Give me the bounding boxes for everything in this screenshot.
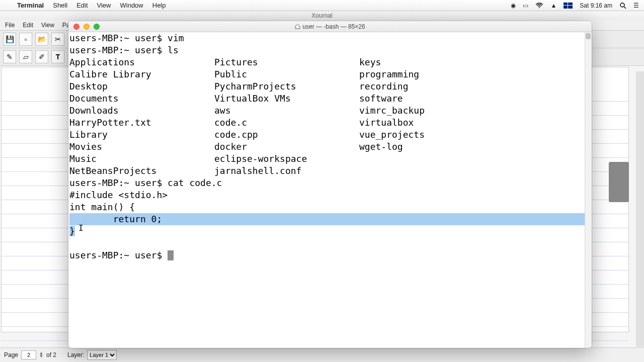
new-page-icon[interactable]: ▫ bbox=[19, 33, 32, 46]
xournal-menu-edit[interactable]: Edit bbox=[23, 22, 33, 29]
terminal-title: user — -bash — 85×26 bbox=[68, 23, 592, 30]
wifi-icon[interactable] bbox=[535, 3, 543, 9]
xournal-menu-file[interactable]: File bbox=[5, 22, 15, 29]
svg-line-2 bbox=[624, 7, 626, 9]
ls-row: ApplicationsPictureskeys bbox=[69, 56, 591, 68]
terminal-prompt: users-MBP:~ user$ bbox=[69, 249, 591, 261]
xournal-menu-view[interactable]: View bbox=[41, 22, 54, 29]
text-cursor-icon: I bbox=[78, 222, 84, 234]
layer-select[interactable]: Layer 1 bbox=[87, 350, 117, 360]
page-spinner[interactable]: ▲▼ bbox=[39, 352, 43, 358]
xournal-scrollbar[interactable] bbox=[636, 71, 644, 347]
menu-window[interactable]: Window bbox=[120, 2, 143, 9]
ls-row: Downloadsawsvimrc_backup bbox=[69, 105, 591, 117]
terminal-line: users-MBP:~ user$ cat code.c bbox=[69, 177, 591, 189]
page-of: of 2 bbox=[46, 351, 56, 358]
app-menu[interactable]: Terminal bbox=[17, 2, 44, 9]
ls-row: Librarycode.cppvue_projects bbox=[69, 129, 591, 141]
terminal-titlebar[interactable]: user — -bash — 85×26 bbox=[68, 21, 592, 32]
text-tool-icon[interactable]: T bbox=[51, 50, 64, 63]
terminal-scrollbar[interactable] bbox=[585, 32, 592, 348]
pen-icon[interactable]: ✎ bbox=[3, 50, 16, 63]
menu-list-icon[interactable]: ☰ bbox=[633, 2, 639, 9]
layer-label: Layer: bbox=[67, 351, 84, 358]
menu-edit[interactable]: Edit bbox=[76, 2, 88, 9]
menu-help[interactable]: Help bbox=[152, 2, 166, 9]
record-icon[interactable]: ◉ bbox=[511, 2, 516, 9]
terminal-selection: return 0; bbox=[69, 213, 591, 225]
xournal-statusbar: Page ▲▼ of 2 Layer: Layer 1 bbox=[0, 347, 644, 362]
ls-row: DocumentsVirtualBox VMssoftware bbox=[69, 93, 591, 105]
cursor bbox=[168, 250, 174, 260]
terminal-line: users-MBP:~ user$ vim bbox=[69, 32, 591, 44]
open-icon[interactable]: 📂 bbox=[35, 33, 48, 46]
ls-row: DesktopPycharmProjectsrecording bbox=[69, 80, 591, 93]
terminal-line bbox=[69, 237, 591, 249]
menu-view[interactable]: View bbox=[97, 2, 111, 9]
xournal-page-shadow bbox=[609, 162, 629, 202]
macos-menubar: Terminal Shell Edit View Window Help ◉ ▭… bbox=[0, 0, 644, 11]
battery-icon[interactable]: ▭ bbox=[523, 2, 528, 9]
eraser-icon[interactable]: ▱ bbox=[19, 50, 32, 63]
terminal-line: int main() { bbox=[69, 201, 591, 213]
spotlight-icon[interactable] bbox=[619, 2, 626, 9]
terminal-body[interactable]: users-MBP:~ user$ vimusers-MBP:~ user$ l… bbox=[68, 32, 592, 348]
home-icon bbox=[295, 24, 300, 29]
highlighter-icon[interactable]: ✐ bbox=[35, 50, 48, 63]
ls-row: Moviesdockerwget-log bbox=[69, 141, 591, 153]
ls-row: Musiceclipse-workspace bbox=[69, 153, 591, 165]
ls-row: HarryPotter.txtcode.cvirtualbox bbox=[69, 117, 591, 129]
terminal-window: user — -bash — 85×26 users-MBP:~ user$ v… bbox=[68, 21, 592, 348]
cut-icon[interactable]: ✂ bbox=[51, 33, 64, 46]
ls-row: NetBeansProjectsjarnalshell.conf bbox=[69, 165, 591, 177]
terminal-line: users-MBP:~ user$ ls bbox=[69, 44, 591, 56]
terminal-line: } bbox=[69, 225, 591, 237]
volume-icon[interactable]: ▲ bbox=[550, 2, 556, 9]
page-label: Page bbox=[4, 351, 18, 358]
page-number-input[interactable] bbox=[21, 350, 36, 359]
menu-shell[interactable]: Shell bbox=[53, 2, 67, 9]
save-icon[interactable]: 💾 bbox=[3, 33, 16, 46]
terminal-line: #include <stdio.h> bbox=[69, 189, 591, 201]
input-flag-icon[interactable] bbox=[564, 3, 573, 9]
xournal-title: Xournal bbox=[0, 11, 644, 20]
ls-row: Calibre LibraryPublicprogramming bbox=[69, 68, 591, 80]
svg-point-0 bbox=[539, 7, 540, 8]
svg-point-1 bbox=[620, 3, 624, 7]
clock[interactable]: Sat 9:16 am bbox=[580, 2, 612, 9]
